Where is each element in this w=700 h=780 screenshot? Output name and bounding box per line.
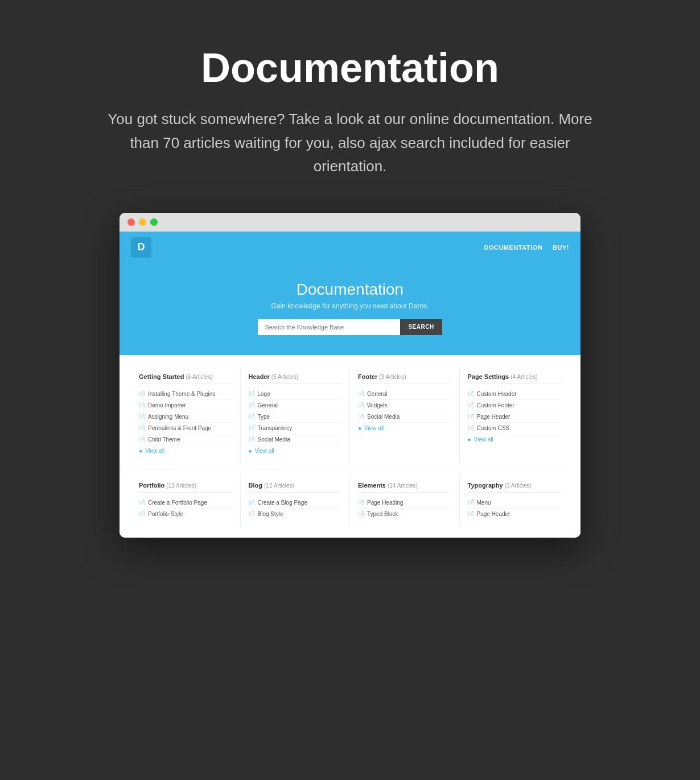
doc-icon: 📄 [468, 500, 474, 505]
doc-icon: 📄 [468, 402, 474, 408]
list-item: 📄 Transparency [249, 423, 342, 434]
maximize-dot[interactable] [150, 218, 158, 226]
doc-icon: 📄 [358, 391, 364, 397]
category-title-elements: Elements (14 Articles) [358, 482, 451, 493]
doc-icon: 📄 [468, 511, 474, 517]
list-item: 📄 Logo [249, 389, 342, 400]
view-all-item: ● View all [358, 423, 451, 434]
category-title-header: Header (5 Articles) [249, 373, 342, 384]
doc-icon: 📄 [139, 500, 145, 505]
doc-icon: 📄 [139, 391, 145, 397]
circle-icon: ● [139, 448, 142, 454]
hero-subtitle: You got stuck somewhere? Take a look at … [94, 108, 606, 179]
doc-icon: 📄 [249, 402, 255, 408]
list-item: 📄 Permalinks & Front Page [139, 423, 232, 434]
view-all-item: ● View all [139, 445, 232, 456]
browser-titlebar [120, 213, 580, 232]
doc-hero: Documentation Gain knowledge for anythin… [120, 263, 580, 355]
list-item: 📄 General [358, 389, 451, 400]
nav-link-buy[interactable]: BUY! [553, 244, 569, 251]
doc-icon: 📄 [249, 414, 255, 419]
list-item: 📄 Installing Theme & Plugins [139, 389, 232, 400]
category-title-getting-started: Getting Started (6 Articles) [139, 373, 232, 384]
list-item: 📄 Custom Header [468, 389, 562, 400]
doc-logo: D [131, 237, 151, 258]
doc-icon: 📄 [249, 391, 255, 397]
nav-link-documentation[interactable]: DOCUMENTATION [484, 244, 542, 251]
view-all-item: ● View all [249, 445, 342, 456]
view-all-item: ● View all [468, 434, 562, 445]
list-item: 📄 Assigning Menu [139, 411, 232, 423]
doc-icon: 📄 [468, 425, 474, 431]
list-item: 📄 Social Media [249, 434, 342, 445]
list-item: 📄 Type [249, 411, 342, 423]
nav-links: DOCUMENTATION BUY! [484, 244, 569, 251]
doc-icon: 📄 [249, 500, 255, 505]
category-title-page-settings: Page Settings (4 Articles) [468, 373, 562, 384]
browser-window: D DOCUMENTATION BUY! Documentation Gain … [120, 213, 580, 538]
doc-nav: D DOCUMENTATION BUY! [120, 232, 580, 263]
doc-icon: 📄 [139, 511, 145, 517]
category-title-blog: Blog (12 Articles) [249, 482, 342, 493]
category-title-typography: Typography (3 Articles) [468, 482, 562, 493]
circle-icon: ● [358, 425, 361, 431]
doc-icon: 📄 [139, 414, 145, 419]
minimize-dot[interactable] [139, 218, 146, 226]
doc-icon: 📄 [468, 414, 474, 419]
category-getting-started: Getting Started (6 Articles) 📄 Installin… [131, 366, 241, 463]
category-elements: Elements (14 Articles) 📄 Page Heading 📄 … [350, 475, 460, 526]
category-header: Header (5 Articles) 📄 Logo 📄 General 📄 T… [241, 366, 351, 463]
list-item: 📄 Demo Importer [139, 400, 232, 411]
list-item: 📄 Page Header [468, 411, 562, 423]
list-item: 📄 Widgets [358, 400, 451, 411]
list-item: 📄 Blog Style [249, 509, 342, 519]
doc-icon: 📄 [139, 402, 145, 408]
doc-icon: 📄 [358, 511, 364, 517]
category-typography: Typography (3 Articles) 📄 Menu 📄 Page He… [460, 475, 570, 526]
category-portfolio: Portfolio (12 Articles) 📄 Create a Portf… [131, 475, 241, 526]
categories-row1: Getting Started (6 Articles) 📄 Installin… [131, 366, 569, 463]
doc-search-bar: SEARCH [131, 319, 569, 335]
list-item: 📄 Social Media [358, 411, 451, 423]
list-item: 📄 Page Header [468, 509, 562, 519]
doc-icon: 📄 [139, 436, 145, 442]
doc-icon: 📄 [249, 436, 255, 442]
doc-hero-title: Documentation [131, 280, 569, 299]
list-item: 📄 Child Theme [139, 434, 232, 445]
close-dot[interactable] [127, 218, 135, 226]
page-title: Documentation [94, 46, 606, 90]
circle-icon: ● [468, 436, 471, 443]
categories-row2: Portfolio (12 Articles) 📄 Create a Portf… [131, 469, 569, 526]
list-item: 📄 Create a Blog Page [249, 497, 342, 509]
list-item: 📄 Custom CSS [468, 423, 562, 434]
doc-icon: 📄 [249, 425, 255, 431]
hero-section: Documentation You got stuck somewhere? T… [94, 46, 606, 179]
list-item: 📄 Page Heading [358, 497, 451, 509]
category-page-settings: Page Settings (4 Articles) 📄 Custom Head… [460, 366, 570, 463]
category-blog: Blog (12 Articles) 📄 Create a Blog Page … [241, 475, 351, 526]
doc-icon: 📄 [358, 402, 364, 408]
list-item: 📄 Create a Portfolio Page [139, 497, 232, 509]
list-item: 📄 Custom Footer [468, 400, 562, 411]
list-item: 📄 Portfolio Style [139, 509, 232, 519]
search-button[interactable]: SEARCH [400, 319, 442, 335]
search-input[interactable] [258, 319, 400, 335]
category-title-footer: Footer (3 Articles) [358, 373, 451, 384]
list-item: 📄 General [249, 400, 342, 411]
doc-icon: 📄 [249, 511, 255, 517]
doc-icon: 📄 [358, 500, 364, 505]
circle-icon: ● [249, 448, 252, 454]
category-title-portfolio: Portfolio (12 Articles) [139, 482, 232, 493]
doc-icon: 📄 [139, 425, 145, 431]
doc-hero-subtitle: Gain knowledge for anything you need abo… [131, 302, 569, 310]
doc-content: Getting Started (6 Articles) 📄 Installin… [120, 355, 580, 538]
doc-icon: 📄 [468, 391, 474, 397]
category-footer: Footer (3 Articles) 📄 General 📄 Widgets … [350, 366, 460, 463]
list-item: 📄 Typed Block [358, 509, 451, 519]
doc-icon: 📄 [358, 414, 364, 419]
list-item: 📄 Menu [468, 497, 562, 509]
